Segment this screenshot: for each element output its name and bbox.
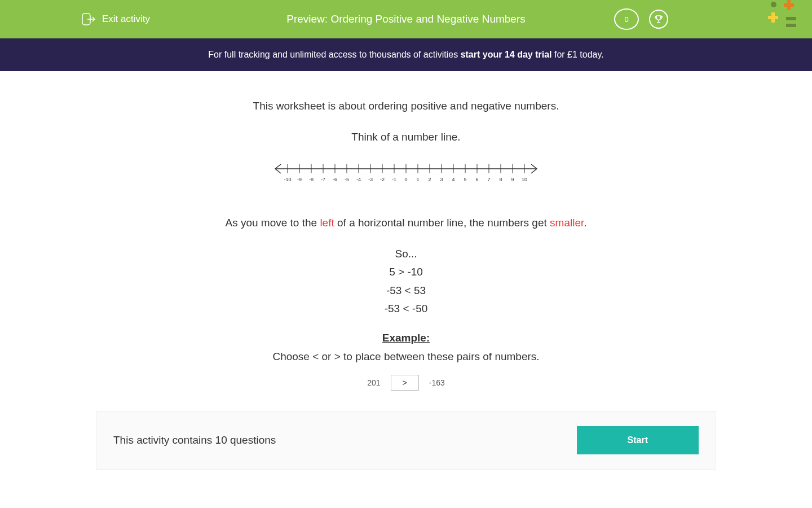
svg-text:-4: -4 [356,177,361,182]
exit-label: Exit activity [102,14,150,25]
number-line: -10-9-8-7-6-5-4-3-2-1012345678910 [271,159,541,187]
example-3: -53 < -50 [96,301,716,317]
worksheet-content: This worksheet is about ordering positiv… [96,98,716,391]
rule-mid: of a horizontal number line, the numbers… [334,217,550,229]
svg-text:10: 10 [522,177,527,182]
think-text: Think of a number line. [96,129,716,146]
svg-text:1: 1 [416,177,419,182]
svg-text:-9: -9 [297,177,302,182]
svg-text:3: 3 [440,177,443,182]
example-1: 5 > -10 [96,264,716,281]
top-header: Exit activity Preview: Ordering Positive… [0,0,812,38]
svg-text:5: 5 [464,177,466,182]
trophy-icon [654,14,664,24]
svg-text:9: 9 [511,177,514,182]
svg-text:-3: -3 [368,177,373,182]
svg-text:2: 2 [428,177,431,182]
example-heading: Example: [96,332,716,344]
svg-text:4: 4 [452,177,454,182]
example-2: -53 < 53 [96,283,716,299]
svg-rect-10 [786,24,796,27]
page-title: Preview: Ordering Positive and Negative … [286,13,525,25]
rule-suffix: . [584,217,586,229]
start-button[interactable]: Start [577,426,699,454]
rule-prefix: As you move to the [225,217,320,229]
pair-left: 201 [367,378,380,387]
rule-left: left [320,217,334,229]
svg-rect-8 [768,16,778,19]
svg-text:-10: -10 [284,177,291,182]
trophy-badge[interactable] [649,10,668,29]
svg-text:0: 0 [404,177,407,182]
rule-text: As you move to the left of a horizontal … [96,215,716,231]
banner-suffix: for £1 today. [551,50,603,59]
header-right: 0 [614,8,668,30]
trial-banner[interactable]: For full tracking and unlimited access t… [0,38,812,71]
activity-footer: This activity contains 10 questions Star… [96,411,716,470]
svg-text:-2: -2 [380,177,385,182]
banner-bold: start your 14 day trial [461,50,552,59]
svg-text:-5: -5 [345,177,349,182]
banner-prefix: For full tracking and unlimited access t… [208,50,460,59]
question-count-text: This activity contains 10 questions [113,434,276,446]
comparison-pair: 201 > -163 [96,375,716,391]
pair-right: -163 [429,378,445,387]
svg-point-4 [771,2,776,7]
svg-text:-7: -7 [321,177,325,182]
exit-icon [82,13,95,25]
svg-text:7: 7 [487,177,490,182]
svg-text:8: 8 [499,177,502,182]
pair-operator-box: > [391,375,419,391]
svg-rect-9 [786,17,796,20]
example-instruction: Choose < or > to place between these pai… [96,349,716,365]
svg-text:6: 6 [475,177,478,182]
score-badge[interactable]: 0 [614,8,639,30]
intro-text: This worksheet is about ordering positiv… [96,98,716,115]
svg-text:-8: -8 [309,177,314,182]
rule-smaller: smaller [550,217,584,229]
svg-rect-6 [784,3,794,7]
svg-text:-1: -1 [392,177,396,182]
so-text: So... [96,246,716,262]
exit-activity-button[interactable]: Exit activity [82,13,150,25]
svg-text:-6: -6 [333,177,337,182]
brand-logo-icon [767,0,801,34]
